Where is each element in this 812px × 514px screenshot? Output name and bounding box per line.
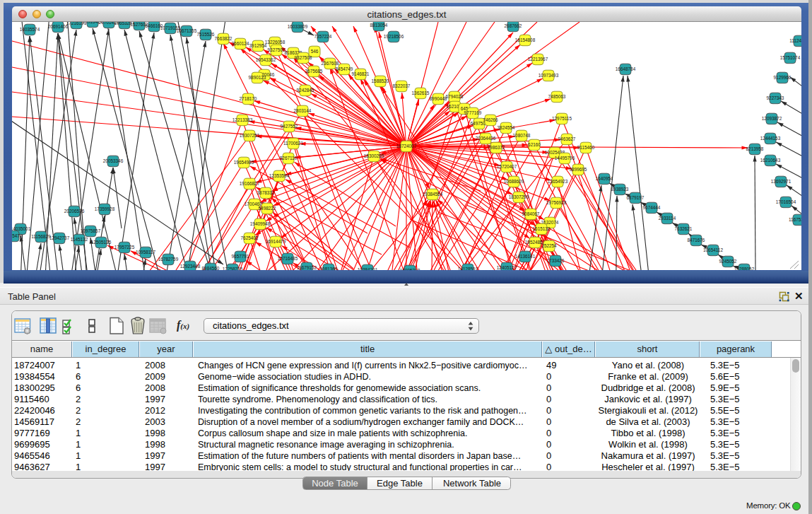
svg-text:9081369: 9081369 [320, 267, 338, 270]
svg-text:18307299: 18307299 [509, 194, 529, 199]
svg-text:11679152: 11679152 [297, 265, 317, 270]
svg-text:20364436: 20364436 [476, 136, 496, 141]
svg-text:9245052: 9245052 [719, 259, 737, 264]
svg-text:1733426: 1733426 [547, 258, 565, 263]
svg-text:18288052: 18288052 [734, 267, 755, 270]
svg-text:11675338: 11675338 [789, 217, 801, 222]
svg-text:17957225: 17957225 [114, 245, 135, 250]
svg-text:9115460: 9115460 [577, 145, 595, 150]
svg-text:7485063: 7485063 [548, 94, 566, 99]
svg-text:13692971: 13692971 [771, 179, 792, 184]
svg-text:1080748: 1080748 [513, 133, 531, 138]
svg-text:11700621: 11700621 [283, 141, 303, 146]
svg-text:16782759: 16782759 [158, 257, 179, 262]
svg-text:19409948: 19409948 [250, 221, 271, 226]
svg-text:9129966: 9129966 [774, 75, 792, 80]
svg-text:14495796: 14495796 [555, 156, 575, 160]
svg-text:7515526: 7515526 [197, 32, 215, 37]
svg-text:10973493: 10973493 [539, 73, 559, 78]
svg-text:16648784: 16648784 [616, 66, 636, 71]
svg-text:15751074: 15751074 [780, 55, 801, 60]
svg-text:8984560: 8984560 [202, 266, 220, 270]
svg-text:12405127: 12405127 [497, 265, 517, 270]
svg-text:9674444: 9674444 [643, 205, 661, 210]
svg-text:8454749: 8454749 [336, 66, 353, 71]
svg-text:1615132: 1615132 [533, 226, 551, 231]
svg-text:7663822: 7663822 [215, 36, 233, 41]
svg-text:8267110: 8267110 [280, 156, 298, 160]
svg-text:20206576: 20206576 [64, 209, 85, 214]
svg-text:1362615: 1362615 [412, 90, 430, 95]
svg-text:2367608: 2367608 [322, 61, 339, 66]
svg-text:12975115: 12975115 [552, 116, 572, 121]
svg-text:2687662: 2687662 [505, 23, 522, 28]
svg-text:19384554: 19384554 [423, 192, 443, 197]
svg-text:16210643: 16210643 [760, 158, 781, 163]
svg-text:7632621: 7632621 [675, 226, 693, 231]
svg-text:19307251: 19307251 [240, 133, 260, 138]
svg-text:8471676: 8471676 [688, 238, 705, 243]
svg-text:14128591: 14128591 [458, 267, 478, 270]
svg-text:3824554: 3824554 [498, 125, 515, 130]
svg-text:62160: 62160 [528, 142, 541, 147]
svg-text:9890123: 9890123 [249, 75, 266, 80]
svg-text:3660124: 3660124 [232, 41, 249, 46]
svg-text:17016504: 17016504 [776, 199, 796, 204]
svg-text:12923448: 12923448 [180, 264, 201, 269]
svg-text:9899695: 9899695 [570, 167, 587, 172]
svg-text:16154808: 16154808 [515, 37, 536, 42]
svg-text:18724007: 18724007 [396, 144, 417, 148]
svg-text:3675685: 3675685 [305, 69, 323, 74]
svg-text:18300295: 18300295 [364, 153, 384, 158]
svg-text:19654985: 19654985 [234, 160, 254, 165]
svg-text:12505135: 12505135 [91, 240, 112, 245]
svg-text:15720407: 15720407 [497, 164, 517, 169]
svg-text:12213383: 12213383 [233, 117, 253, 122]
svg-text:10384201: 10384201 [358, 267, 378, 270]
svg-text:17258235: 17258235 [223, 267, 243, 270]
svg-text:16033809: 16033809 [288, 24, 308, 29]
svg-text:10975857: 10975857 [81, 228, 101, 233]
svg-text:19756928: 19756928 [546, 200, 567, 205]
svg-text:7625402: 7625402 [241, 235, 259, 240]
svg-text:1145132: 1145132 [71, 237, 88, 242]
svg-text:2803144: 2803144 [294, 108, 312, 113]
svg-text:13654923: 13654923 [548, 179, 568, 184]
svg-text:12942737: 12942737 [49, 235, 70, 240]
svg-text:9657791: 9657791 [232, 254, 249, 259]
svg-text:12213967: 12213967 [528, 57, 548, 62]
svg-text:19166827: 19166827 [240, 181, 260, 186]
svg-text:14035574: 14035574 [20, 27, 40, 32]
svg-text:19218506: 19218506 [384, 34, 404, 39]
svg-text:15716485: 15716485 [278, 256, 298, 261]
svg-text:252254: 252254 [541, 243, 557, 248]
svg-text:12093872: 12093872 [762, 116, 782, 121]
svg-text:6794028: 6794028 [446, 94, 464, 99]
svg-text:9327508: 9327508 [295, 55, 312, 60]
svg-text:9327509: 9327509 [268, 47, 286, 52]
svg-text:16095218: 16095218 [400, 268, 420, 270]
svg-text:546: 546 [311, 49, 319, 54]
svg-text:12353594: 12353594 [269, 173, 290, 178]
svg-text:10958117: 10958117 [136, 250, 155, 255]
svg-text:9084067: 9084067 [522, 211, 540, 216]
svg-text:8322037: 8322037 [393, 83, 411, 88]
svg-text:6879197: 6879197 [627, 195, 645, 200]
svg-text:9427552: 9427552 [281, 124, 298, 129]
svg-text:8990448: 8990448 [430, 96, 447, 101]
svg-text:7986372: 7986372 [488, 145, 505, 150]
svg-text:10543362: 10543362 [256, 57, 276, 62]
svg-text:10688609: 10688609 [504, 179, 524, 184]
svg-text:5498222: 5498222 [259, 206, 276, 211]
svg-text:8813054: 8813054 [370, 23, 388, 28]
svg-text:9146821: 9146821 [352, 71, 370, 76]
svg-text:3878332: 3878332 [257, 190, 275, 195]
svg-text:7357224: 7357224 [314, 34, 332, 39]
svg-text:14136141: 14136141 [515, 254, 536, 259]
svg-text:8938923: 8938923 [611, 187, 629, 192]
svg-text:10671355: 10671355 [177, 28, 197, 33]
svg-text:13226058: 13226058 [265, 40, 286, 45]
svg-text:9463627: 9463627 [558, 136, 576, 141]
svg-text:746266: 746266 [483, 117, 498, 122]
svg-text:17359928: 17359928 [95, 206, 115, 211]
